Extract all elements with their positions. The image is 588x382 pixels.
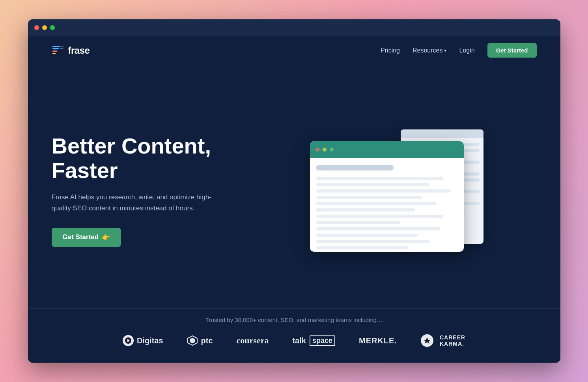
app-content-line <box>316 196 422 199</box>
app-dot-red <box>315 148 319 152</box>
brand-digitas: Digitas <box>123 335 163 346</box>
brand-coursera: coursera <box>237 335 269 346</box>
app-content-line <box>316 177 443 180</box>
brand-ptc: ptc <box>187 335 213 346</box>
merkle-label: MERKLE. <box>359 336 397 345</box>
app-front-header <box>310 141 464 158</box>
browser-dot-green <box>50 25 55 30</box>
navbar: frase Pricing Resources ▾ Login Get Star… <box>28 36 560 65</box>
svg-rect-4 <box>61 46 63 47</box>
trusted-text: Trusted by 30,000+ content, SEO, and mar… <box>52 316 537 323</box>
coursera-label: coursera <box>237 335 269 346</box>
chevron-down-icon: ▾ <box>444 48 446 53</box>
svg-rect-0 <box>52 46 60 47</box>
career-karma-icon <box>421 334 433 347</box>
brand-merkle: MERKLE. <box>359 336 397 345</box>
career-karma-label: CAREER KARMA. <box>440 334 465 347</box>
logo-text: frase <box>68 45 90 56</box>
app-content-line <box>316 208 415 212</box>
browser-chrome <box>28 19 560 36</box>
app-content-line <box>316 202 436 205</box>
hero-subtitle: Frase AI helps you research, write, and … <box>52 192 217 213</box>
frase-logo-icon <box>52 44 64 57</box>
career-karma-svg <box>423 337 431 345</box>
svg-rect-2 <box>52 51 57 52</box>
svg-rect-3 <box>52 53 56 54</box>
app-content-line <box>316 215 443 218</box>
app-back-header <box>401 129 483 138</box>
talkspace-talk: talk <box>292 336 306 345</box>
nav-login[interactable]: Login <box>459 47 474 54</box>
nav-resources-label: Resources <box>413 47 442 54</box>
nav-resources[interactable]: Resources ▾ <box>413 47 446 54</box>
hero-cta-icon: 👉 <box>102 233 110 242</box>
brand-talkspace: talk space <box>292 335 335 346</box>
browser-window: frase Pricing Resources ▾ Login Get Star… <box>28 19 560 363</box>
digitas-icon <box>123 335 134 346</box>
hero-cta-button[interactable]: Get Started 👉 <box>52 228 121 247</box>
svg-marker-8 <box>190 338 195 343</box>
ptc-label: ptc <box>201 336 213 345</box>
app-content-line <box>316 227 441 230</box>
hero-title-line2: Faster <box>52 158 118 183</box>
app-content-line <box>316 234 418 237</box>
trusted-section: Trusted by 30,000+ content, SEO, and mar… <box>28 308 560 363</box>
browser-dot-yellow <box>42 25 47 30</box>
nav-links: Pricing Resources ▾ Login Get Started <box>381 43 536 58</box>
svg-rect-1 <box>52 48 59 49</box>
hero-section: Better Content, Faster Frase AI helps yo… <box>28 65 560 308</box>
app-content-line <box>316 240 429 243</box>
app-content-line <box>316 246 408 249</box>
app-window-front <box>310 141 464 252</box>
app-front-body <box>310 158 464 252</box>
svg-rect-5 <box>60 48 63 49</box>
page-content: frase Pricing Resources ▾ Login Get Star… <box>28 36 560 363</box>
logo[interactable]: frase <box>52 44 90 57</box>
browser-dot-red <box>34 25 39 30</box>
logos-row: Digitas ptc coursera talk sp <box>52 334 537 347</box>
app-dot-yellow <box>323 148 327 152</box>
app-search-bar <box>316 165 394 170</box>
app-content-line <box>316 183 429 186</box>
digitas-svg <box>125 337 132 344</box>
hero-title-line1: Better Content, <box>52 133 211 158</box>
nav-cta-button[interactable]: Get Started <box>487 43 537 58</box>
app-content-lines <box>316 177 457 249</box>
ptc-icon <box>187 335 198 346</box>
hero-right <box>257 129 537 252</box>
app-content-line <box>316 189 450 193</box>
career-karma-line2: KARMA. <box>440 341 465 347</box>
career-karma-line1: CAREER <box>440 334 465 341</box>
hero-cta-label: Get Started <box>63 233 99 241</box>
hero-title: Better Content, Faster <box>52 134 257 182</box>
digitas-label: Digitas <box>137 336 163 345</box>
hero-left: Better Content, Faster Frase AI helps yo… <box>52 134 257 247</box>
app-content-line <box>316 221 401 224</box>
talkspace-space: space <box>310 335 335 346</box>
app-illustration <box>310 129 483 252</box>
app-dot-green <box>330 148 334 152</box>
nav-pricing[interactable]: Pricing <box>381 47 400 54</box>
brand-career-karma: CAREER KARMA. <box>421 334 465 347</box>
